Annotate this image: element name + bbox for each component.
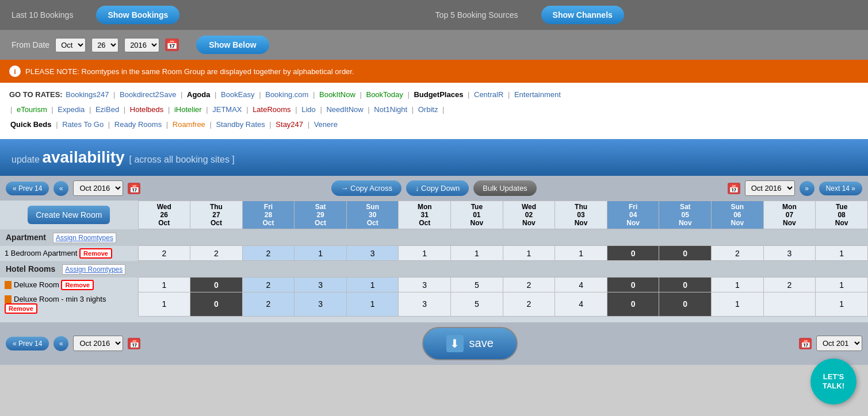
- rate-link-ezibed[interactable]: EziBed: [95, 105, 119, 114]
- room-value-cell[interactable]: 0: [190, 278, 243, 292]
- month-left-select[interactable]: Oct 2016: [73, 180, 123, 196]
- rate-link-bookitnow[interactable]: BookItNow: [319, 90, 355, 99]
- room-value-cell[interactable]: 2: [242, 246, 295, 261]
- room-value-cell[interactable]: 3: [763, 246, 816, 261]
- room-value-cell[interactable]: 3: [399, 292, 451, 317]
- rate-link-not1night[interactable]: Not1Night: [374, 105, 407, 114]
- cal-right-icon[interactable]: 📅: [728, 183, 740, 194]
- bottom-cal-right-icon[interactable]: 📅: [799, 338, 812, 349]
- day-select[interactable]: 26: [91, 38, 118, 52]
- show-bookings-button[interactable]: Show Bookings: [96, 6, 179, 24]
- next14-button[interactable]: Next 14 »: [819, 182, 862, 195]
- room-value-cell[interactable]: 1: [346, 292, 399, 317]
- room-value-cell[interactable]: 1: [712, 278, 764, 292]
- rate-link-standbyrates[interactable]: Standby Rates: [216, 120, 265, 129]
- rate-link-jetmax[interactable]: JETMAX: [212, 105, 242, 114]
- rate-link-ihotelier[interactable]: iHotelier: [174, 105, 202, 114]
- remove-button[interactable]: Remove: [61, 280, 94, 290]
- room-value-cell[interactable]: 2: [242, 292, 295, 317]
- room-value-cell[interactable]: 2: [190, 246, 243, 261]
- remove-button[interactable]: Remove: [5, 303, 37, 314]
- room-value-cell[interactable]: 1: [816, 246, 868, 261]
- bottom-prev-fast-button[interactable]: «: [53, 336, 68, 351]
- room-value-cell[interactable]: 1: [451, 246, 503, 261]
- remove-button[interactable]: Remove: [79, 248, 112, 259]
- rate-link-needitnow[interactable]: NeedItNow: [326, 105, 363, 114]
- copy-across-button[interactable]: → Copy Across: [331, 180, 402, 196]
- prev14-button[interactable]: « Prev 14: [6, 182, 49, 195]
- room-value-cell[interactable]: 1: [503, 246, 555, 261]
- rate-link-ratestogo[interactable]: Rates To Go: [62, 120, 104, 129]
- room-value-cell[interactable]: 1: [295, 246, 347, 261]
- rate-link-venere[interactable]: Venere: [314, 120, 338, 129]
- rate-link-roamfree[interactable]: Roamfree: [173, 120, 205, 129]
- rate-link-agoda[interactable]: Agoda: [187, 90, 210, 99]
- month-right-select[interactable]: Oct 2016: [745, 180, 795, 196]
- room-value-cell[interactable]: 0: [607, 278, 659, 292]
- room-value-cell[interactable]: 2: [763, 278, 816, 292]
- room-value-cell[interactable]: 1: [816, 292, 868, 317]
- rate-link-bookdirect2save[interactable]: Bookdirect2Save: [120, 90, 176, 99]
- show-below-button[interactable]: Show Below: [196, 36, 269, 54]
- rate-link-expedia[interactable]: Expedia: [58, 105, 85, 114]
- cal-left-icon[interactable]: 📅: [128, 183, 140, 194]
- room-value-cell[interactable]: 4: [555, 278, 607, 292]
- rate-link-lido[interactable]: Lido: [301, 105, 316, 114]
- room-value-cell[interactable]: 1: [816, 278, 868, 292]
- rate-link-centralr[interactable]: CentralR: [474, 90, 503, 99]
- bulk-updates-button[interactable]: Bulk Updates: [473, 180, 536, 196]
- room-value-cell[interactable]: 2: [138, 246, 190, 261]
- room-value-cell[interactable]: 2: [503, 278, 555, 292]
- assign-roomtypes-link[interactable]: Assign Roomtypes: [62, 264, 125, 275]
- rate-link-entertainment[interactable]: Entertainment: [514, 90, 561, 99]
- room-value-cell[interactable]: 0: [659, 246, 712, 261]
- rate-link-bookingcom[interactable]: Booking.com: [265, 90, 308, 99]
- next-fast-button[interactable]: »: [800, 181, 815, 196]
- room-value-cell[interactable]: 4: [555, 292, 607, 317]
- rate-link-stay247[interactable]: Stay247: [276, 120, 303, 129]
- rate-link-booktoday[interactable]: BookToday: [366, 90, 403, 99]
- room-value-cell[interactable]: 3: [295, 292, 347, 317]
- rate-link-lateroom[interactable]: LateRooms: [253, 105, 290, 114]
- room-value-cell[interactable]: 3: [295, 278, 347, 292]
- room-value-cell[interactable]: [763, 292, 816, 317]
- room-value-cell[interactable]: 2: [712, 246, 764, 261]
- room-value-cell[interactable]: 1: [138, 292, 190, 317]
- rate-link-bookeasy[interactable]: BookEasy: [221, 90, 255, 99]
- month-select[interactable]: Oct: [55, 38, 86, 52]
- bottom-month-left-select[interactable]: Oct 2016: [73, 336, 123, 351]
- rate-link-etourism[interactable]: eTourism: [17, 105, 47, 114]
- copy-down-button[interactable]: ↓ Copy Down: [406, 180, 469, 196]
- room-value-cell[interactable]: 3: [346, 246, 399, 261]
- room-value-cell[interactable]: 3: [399, 278, 451, 292]
- assign-roomtypes-link[interactable]: Assign Roomtypes: [53, 233, 116, 243]
- room-value-cell[interactable]: 0: [190, 292, 243, 317]
- room-value-cell[interactable]: 1: [712, 292, 764, 317]
- room-value-cell[interactable]: 0: [607, 246, 659, 261]
- calendar-icon[interactable]: [165, 38, 179, 51]
- rate-link-quickbeds[interactable]: Quick Beds: [10, 120, 52, 129]
- room-value-cell[interactable]: 5: [451, 278, 503, 292]
- show-channels-button[interactable]: Show Channels: [541, 6, 624, 24]
- room-value-cell[interactable]: 1: [555, 246, 607, 261]
- bottom-month-right-select[interactable]: Oct 201: [816, 336, 862, 351]
- create-new-room-button[interactable]: Create New Room: [28, 206, 110, 224]
- room-value-cell[interactable]: 1: [138, 278, 190, 292]
- room-value-cell[interactable]: 1: [399, 246, 451, 261]
- rate-link-orbitz[interactable]: Orbitz: [418, 105, 438, 114]
- room-value-cell[interactable]: 1: [346, 278, 399, 292]
- year-select[interactable]: 2016: [124, 38, 159, 52]
- room-value-cell[interactable]: 0: [607, 292, 659, 317]
- rate-link-budgetplaces[interactable]: BudgetPlaces: [414, 90, 463, 99]
- rate-link-readyrooms[interactable]: Ready Rooms: [114, 120, 162, 129]
- room-value-cell[interactable]: 2: [242, 278, 295, 292]
- save-button[interactable]: ⬇ save: [422, 327, 518, 360]
- rate-link-hotelbeds[interactable]: Hotelbeds: [130, 105, 164, 114]
- room-value-cell[interactable]: 0: [659, 292, 712, 317]
- room-value-cell[interactable]: 2: [503, 292, 555, 317]
- bottom-prev14-button[interactable]: « Prev 14: [6, 337, 49, 350]
- room-value-cell[interactable]: 0: [659, 278, 712, 292]
- bottom-cal-left-icon[interactable]: 📅: [128, 338, 140, 349]
- rate-link-bookings247[interactable]: Bookings247: [66, 90, 109, 99]
- prev-fast-button[interactable]: «: [53, 181, 68, 196]
